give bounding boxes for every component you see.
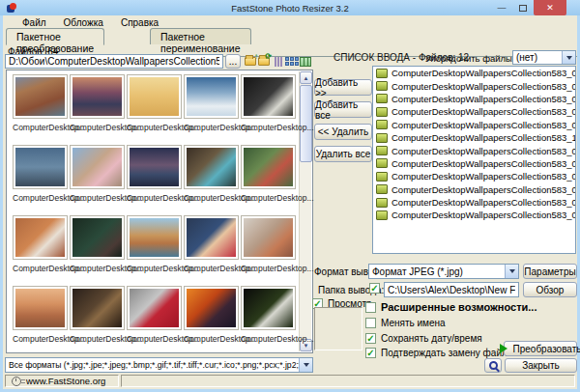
file-list-item[interactable]: ComputerDesktopWallpapersCollection583_0… — [373, 209, 575, 221]
format-settings-button[interactable]: Параметры — [523, 264, 577, 279]
file-name: ComputerDesktopWallpapersCollection583_1… — [392, 132, 576, 143]
thumbnail-clouds-sky[interactable]: ComputerDesktop... — [184, 74, 239, 132]
thumbnail-red-bus-jungle[interactable]: ComputerDesktop... — [241, 145, 296, 203]
confirm-overwrite-label: Подтверждать замену файлов — [381, 348, 518, 358]
thumbnail-image — [72, 148, 122, 186]
maximize-button[interactable] — [512, 0, 534, 15]
thumbnail-soccer-ball-grass[interactable]: ComputerDesktop... — [241, 286, 296, 344]
image-file-icon — [376, 172, 388, 182]
thumbnail-cave-lagoon[interactable]: ComputerDesktop... — [184, 145, 239, 203]
thumbnail-image — [130, 289, 179, 327]
thumbnail-white-goat-dark[interactable]: ComputerDesktop... — [241, 74, 296, 132]
folder-refresh-icon[interactable]: ⟳ — [257, 55, 270, 68]
thumbnail-woman-dark-green[interactable]: ComputerDesktop... — [70, 215, 125, 273]
file-list-item[interactable]: ComputerDesktopWallpapersCollection583_0… — [373, 79, 575, 92]
output-folder-checkbox[interactable] — [369, 283, 380, 294]
file-list-item[interactable]: ComputerDesktopWallpapersCollection583_0… — [373, 119, 575, 131]
thumbnail-blonde-red-dress[interactable]: ComputerDesktop... — [184, 215, 239, 273]
file-list-item[interactable]: ComputerDesktopWallpapersCollection583_0… — [373, 157, 575, 170]
add-button[interactable]: Добавить >> — [314, 79, 372, 96]
preview-magnifier-button[interactable] — [484, 358, 502, 373]
file-list-item[interactable]: ComputerDesktopWallpapersCollection583_0… — [373, 93, 575, 105]
input-file-list[interactable]: ComputerDesktopWallpapersCollection583_0… — [372, 66, 576, 254]
thumbnail-caption: ComputerDesktop... — [241, 123, 296, 132]
formats-filter-combobox[interactable]: Все форматы (*.jpg;*.jpe;*.jpeg;*.bmp;*.… — [5, 357, 313, 373]
advanced-options-checkbox[interactable] — [365, 302, 376, 313]
add-all-button[interactable]: Добавить все — [314, 101, 372, 118]
thumbnail-footballer-14-red[interactable]: ComputerDesktop... — [127, 286, 182, 344]
thumbnail-dark-painting-people[interactable]: ComputerDesktop... — [70, 286, 125, 344]
file-list-item[interactable]: ComputerDesktopWallpapersCollection583_0… — [373, 183, 575, 196]
thumbnail-mountain-sunset-lake[interactable]: ComputerDesktop... — [70, 74, 125, 132]
minimize-button[interactable]: — — [491, 0, 512, 15]
thumbnail-venice-canal[interactable]: ComputerDesktop... — [127, 215, 182, 273]
image-file-icon — [376, 158, 388, 168]
menu-item-2[interactable]: Справка — [119, 17, 160, 28]
file-list-item[interactable]: ComputerDesktopWallpapersCollection583_0… — [373, 170, 575, 182]
thumbnail-image — [187, 148, 236, 186]
confirm-overwrite-checkbox[interactable] — [365, 348, 376, 358]
details-view-icon[interactable] — [272, 55, 284, 68]
preview-area — [314, 307, 362, 350]
website-link[interactable]: www.FastStone.org — [26, 376, 105, 386]
thumbnail-caption: ComputerDesktop... — [70, 193, 125, 203]
file-list-item[interactable]: ComputerDesktopWallpapersCollection583_0… — [373, 144, 575, 156]
close-button[interactable]: ✕ — [534, 0, 566, 15]
file-list-item[interactable]: ComputerDesktopWallpapersCollection583_1… — [373, 131, 575, 144]
image-file-icon — [376, 184, 388, 194]
output-folder-input[interactable] — [384, 282, 519, 297]
chevron-down-icon[interactable] — [562, 51, 575, 64]
remove-button[interactable]: << Удалить — [314, 124, 372, 140]
close-dialog-button[interactable]: Закрыть — [505, 358, 577, 373]
tab-batch-rename[interactable]: Пакетное переименование — [150, 28, 251, 44]
chevron-down-icon[interactable] — [299, 358, 312, 372]
thumbnail-view-icon[interactable] — [299, 55, 311, 68]
sort-combobox[interactable]: (нет) — [512, 50, 576, 65]
thumbnail-golden-swans[interactable]: ComputerDesktop... — [127, 74, 182, 132]
chevron-down-icon[interactable] — [505, 265, 518, 278]
thumbnail-caption: ComputerDesktop... — [70, 123, 125, 132]
thumbnail-caption: ComputerDesktop... — [13, 264, 68, 273]
image-file-icon — [376, 69, 388, 78]
thumbnail-image — [187, 77, 236, 116]
thumbnail-image — [187, 218, 236, 257]
thumbnail-caption: ComputerDesktop... — [184, 193, 239, 203]
thumbnail-caption: ComputerDesktop... — [241, 193, 296, 203]
thumbnail-scrollbar[interactable]: ▲ ▼ — [299, 71, 311, 351]
thumbnail-caption: ComputerDesktop... — [184, 264, 239, 273]
file-list-item[interactable]: ComputerDesktopWallpapersCollection583_0… — [373, 105, 575, 118]
browse-folder-button[interactable]: Обзор — [523, 282, 577, 297]
thumbnail-redhead-by-window[interactable]: ComputerDesktop... — [241, 215, 296, 273]
thumbnail-blonde-woman-rock[interactable]: ComputerDesktop... — [70, 145, 125, 203]
remove-all-button[interactable]: Удалить все — [314, 146, 372, 162]
keep-date-label: Сохранять дату/время — [381, 333, 482, 344]
file-name: ComputerDesktopWallpapersCollection583_0… — [392, 158, 576, 169]
menu-item-1[interactable]: Обложка — [62, 17, 105, 28]
file-name: ComputerDesktopWallpapersCollection583_0… — [392, 106, 576, 117]
rename-checkbox[interactable] — [365, 318, 376, 328]
convert-button[interactable]: Преобразовать — [504, 341, 577, 356]
output-format-combobox[interactable]: Формат JPEG (*.jpg) — [368, 264, 519, 279]
image-file-icon — [376, 81, 388, 91]
thumbnail-city-street-dusk[interactable]: ComputerDesktop... — [13, 145, 68, 203]
keep-date-checkbox[interactable] — [365, 333, 376, 344]
tab-batch-convert[interactable]: Пакетное преобразование — [6, 28, 104, 45]
play-icon — [500, 344, 508, 353]
menu-item-0[interactable]: Файл — [20, 17, 48, 28]
folder-up-icon[interactable]: ↑ — [244, 55, 256, 68]
thumbnail-image — [15, 289, 65, 327]
thumbnail-planet-over-mountains[interactable]: ComputerDesktop... — [127, 145, 182, 203]
thumbnail-fire-fantasy[interactable]: ComputerDesktop... — [184, 286, 239, 344]
file-list-item[interactable]: ComputerDesktopWallpapersCollection583_0… — [373, 196, 575, 209]
list-view-icon[interactable] — [285, 55, 298, 68]
thumbnail-image — [15, 77, 65, 116]
thumbnail-caption: ComputerDesktop... — [184, 334, 239, 344]
thumbnail-canyon-cliffs[interactable]: ComputerDesktop... — [13, 74, 68, 132]
browse-path-button[interactable]: ... — [225, 54, 241, 69]
scroll-up-icon[interactable]: ▲ — [300, 71, 312, 84]
statusbar: www.FastStone.org — [3, 374, 577, 388]
thumbnail-red-panda[interactable]: ComputerDesktop... — [13, 215, 68, 273]
file-list-item[interactable]: ComputerDesktopWallpapersCollection583_0… — [373, 67, 575, 79]
thumbnail-surreal-wave-sunset[interactable]: ComputerDesktop... — [13, 286, 68, 344]
path-input[interactable] — [5, 54, 223, 69]
